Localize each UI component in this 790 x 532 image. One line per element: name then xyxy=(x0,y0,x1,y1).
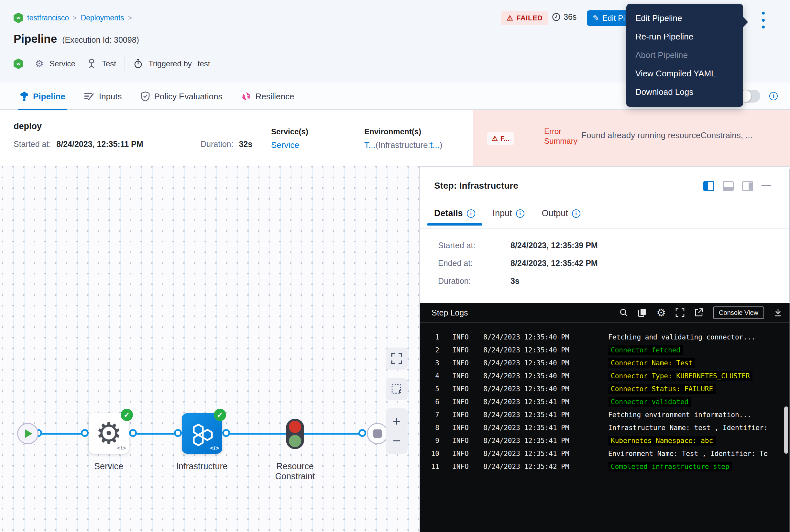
error-summary-text[interactable]: Found already running resourceConstrains… xyxy=(581,130,782,140)
triggered-by-value[interactable]: test xyxy=(198,59,210,68)
harness-module-icon: ∞ xyxy=(14,13,23,23)
copy-logs-icon[interactable] xyxy=(638,308,647,318)
stage-duration: Duration: 32s xyxy=(200,139,252,149)
execution-duration: 36s xyxy=(552,12,577,22)
pipeline-options-menu: Edit Pipeline Re-run Pipeline Abort Pipe… xyxy=(626,4,743,107)
log-lines[interactable]: 1 INFO 8/24/2023 12:35:40 PM Fetching an… xyxy=(420,331,789,473)
environments-value[interactable]: T...(Infrastructure:t...) xyxy=(364,140,442,150)
log-message: Connector Status: FAILURE xyxy=(608,384,716,394)
node-label-resource-constraint: Resource Constraint xyxy=(266,461,324,481)
log-line-number: 11 xyxy=(420,463,439,471)
layout-right-view-icon[interactable] xyxy=(703,181,714,191)
tab-details[interactable]: Detailsi xyxy=(434,208,475,226)
log-row[interactable]: 10 INFO 8/24/2023 12:35:41 PM Environmen… xyxy=(420,447,789,460)
step-logs-header: Step Logs ⚙ Console View xyxy=(420,303,790,323)
breadcrumb-separator: > xyxy=(73,14,77,22)
console-view-button[interactable]: Console View xyxy=(713,306,764,319)
tab-resilience[interactable]: Resilience xyxy=(241,82,294,110)
more-options-kebab[interactable] xyxy=(760,12,766,28)
open-in-new-icon[interactable] xyxy=(694,308,703,317)
log-timestamp: 8/24/2023 12:35:41 PM xyxy=(483,450,590,458)
tab-input[interactable]: Inputi xyxy=(493,208,524,226)
menu-item-view-compiled-yaml[interactable]: View Compiled YAML xyxy=(626,64,743,83)
log-row[interactable]: 7 INFO 8/24/2023 12:35:41 PM Fetching en… xyxy=(420,408,789,421)
menu-item-edit-pipeline[interactable]: Edit Pipeline xyxy=(626,9,743,27)
stage-summary-bar: deploy Started at: 8/24/2023, 12:35:11 P… xyxy=(0,110,790,166)
log-row[interactable]: 2 INFO 8/24/2023 12:35:40 PM Connector f… xyxy=(420,344,789,357)
log-level: INFO xyxy=(452,359,483,367)
start-node[interactable] xyxy=(17,423,38,444)
log-row[interactable]: 8 INFO 8/24/2023 12:35:41 PM Infrastruct… xyxy=(420,421,789,434)
services-value[interactable]: Service xyxy=(271,140,308,150)
tab-output[interactable]: Outputi xyxy=(542,208,580,226)
error-summary-label: Error Summary xyxy=(544,127,577,146)
info-icon[interactable]: i xyxy=(572,209,580,218)
fullscreen-canvas-button[interactable] xyxy=(386,347,408,369)
stage-icon xyxy=(87,59,96,69)
log-row[interactable]: 6 INFO 8/24/2023 12:35:41 PM Connector v… xyxy=(420,396,789,408)
menu-item-re-run-pipeline[interactable]: Re-run Pipeline xyxy=(626,27,743,46)
log-row[interactable]: 3 INFO 8/24/2023 12:35:40 PM Connector N… xyxy=(420,357,789,369)
log-row[interactable]: 1 INFO 8/24/2023 12:35:40 PM Fetching an… xyxy=(420,331,789,344)
divider xyxy=(420,228,789,228)
play-icon xyxy=(25,430,32,438)
log-row[interactable]: 5 INFO 8/24/2023 12:35:40 PM Connector S… xyxy=(420,382,789,396)
log-row[interactable]: 11 INFO 8/24/2023 12:35:42 PM Completed … xyxy=(420,460,789,473)
resource-constraint-node[interactable] xyxy=(286,419,304,449)
breadcrumb-project-link[interactable]: testfrancisco xyxy=(27,14,69,22)
execution-id: (Execution Id: 30098) xyxy=(62,35,139,45)
inputs-icon xyxy=(84,92,94,101)
info-icon[interactable]: i xyxy=(467,209,475,218)
log-message: Fetching environment information... xyxy=(608,411,752,419)
search-logs-icon[interactable] xyxy=(619,308,628,317)
layout-bottom-view-icon[interactable] xyxy=(723,181,734,191)
download-logs-icon[interactable] xyxy=(774,308,782,317)
edge-connector xyxy=(222,429,230,437)
breadcrumb-deployments-link[interactable]: Deployments xyxy=(80,14,124,22)
fullscreen-logs-icon[interactable] xyxy=(675,308,685,317)
log-row[interactable]: 4 INFO 8/24/2023 12:35:40 PM Connector T… xyxy=(420,369,789,382)
infrastructure-step-node[interactable]: ✓ </> xyxy=(182,413,222,454)
log-level: INFO xyxy=(452,411,483,419)
divider xyxy=(124,56,125,71)
pipeline-graph-canvas[interactable]: ⚙ ✓ </> ✓ </> Service Infrastructure Res… xyxy=(0,166,419,532)
zoom-in-button[interactable]: + xyxy=(393,415,401,428)
log-line-number: 3 xyxy=(420,359,439,367)
resilience-icon xyxy=(241,92,251,101)
tab-inputs[interactable]: Inputs xyxy=(84,82,122,110)
zoom-out-button[interactable]: − xyxy=(393,434,401,448)
menu-item-download-logs[interactable]: Download Logs xyxy=(626,83,743,101)
step-detail-fields: Started at:8/24/2023, 12:35:39 PM Ended … xyxy=(438,241,598,294)
tab-policy-evaluations[interactable]: Policy Evaluations xyxy=(141,82,223,110)
stage-name[interactable]: deploy xyxy=(14,121,42,131)
layout-minimized-view-icon[interactable] xyxy=(742,181,753,191)
end-node[interactable] xyxy=(367,423,388,444)
marquee-select-button[interactable] xyxy=(386,378,408,400)
log-timestamp: 8/24/2023 12:35:40 PM xyxy=(483,385,590,393)
edge-connector xyxy=(359,429,366,437)
log-settings-gear-icon[interactable]: ⚙ xyxy=(656,306,666,319)
panel-layout-switcher: — xyxy=(703,181,771,191)
log-row[interactable]: 9 INFO 8/24/2023 12:35:41 PM Kubernetes … xyxy=(420,434,789,447)
log-line-number: 7 xyxy=(420,411,439,419)
info-icon[interactable]: i xyxy=(769,92,778,100)
info-icon[interactable]: i xyxy=(516,209,524,218)
stage-tag[interactable]: Test xyxy=(102,59,116,68)
page-title: Pipeline xyxy=(14,32,57,45)
log-message: Completed infrastructure step xyxy=(608,462,732,472)
log-timestamp: 8/24/2023 12:35:40 PM xyxy=(483,372,590,380)
log-line-number: 6 xyxy=(420,398,439,406)
zoom-controls: + − xyxy=(386,408,408,454)
log-level: INFO xyxy=(452,463,483,471)
tab-pipeline[interactable]: Pipeline xyxy=(20,82,65,110)
panel-scrollbar[interactable] xyxy=(789,169,790,302)
logs-scrollbar-thumb[interactable] xyxy=(784,406,788,454)
triggered-by-label: Triggered by xyxy=(149,59,192,68)
log-level: INFO xyxy=(452,398,483,406)
service-tag[interactable]: Service xyxy=(50,59,75,68)
log-timestamp: 8/24/2023 12:35:41 PM xyxy=(483,424,590,432)
service-step-node[interactable]: ⚙ ✓ </> xyxy=(89,413,129,454)
edge xyxy=(304,433,362,435)
stop-icon xyxy=(373,430,382,438)
stage-started: Started at: 8/24/2023, 12:35:11 PM xyxy=(14,139,143,149)
